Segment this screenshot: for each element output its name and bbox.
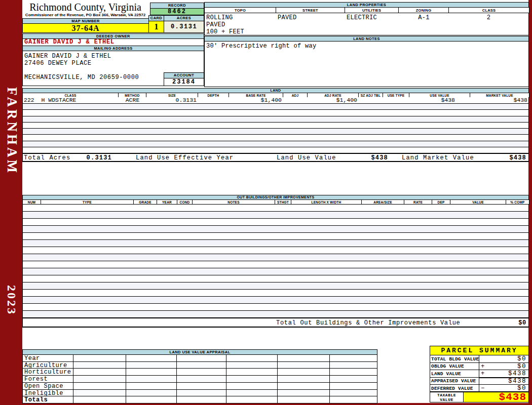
appraisal-cell: [277, 389, 330, 396]
account-value: 23184: [164, 78, 204, 86]
land-cell-2: 0.3131: [146, 97, 198, 103]
property-record-card: FARNHAM 2023 Richmond County, Virginia C…: [0, 0, 532, 405]
appraisal-cell: [176, 389, 226, 396]
appraisal-cell: [73, 382, 126, 390]
out-buildings-empty-row: [23, 275, 528, 282]
taxable-value-label: TAXABLE VALUE: [430, 392, 464, 402]
appraisal-cell: [226, 382, 278, 390]
out-buildings-empty-row: [23, 311, 528, 318]
land-empty-row: [23, 104, 528, 110]
out-buildings-empty-rows: [22, 205, 529, 318]
appraisal-row: Horticulture: [22, 368, 377, 376]
out-buildings-empty-row: [23, 297, 528, 304]
appraisal-cell: [329, 375, 377, 383]
appraisal-cell: [176, 361, 226, 369]
parcel-summary-row-value: +$0: [479, 362, 529, 370]
appraisal-cell: [329, 382, 377, 390]
out-buildings-empty-row: [23, 282, 528, 290]
appraisal-row-label: Open Space: [22, 382, 73, 390]
appraisal-cell: [226, 396, 278, 403]
out-buildings-empty-row: [23, 240, 528, 247]
appraisal-cell: [277, 375, 330, 383]
appraisal-row: Forest: [22, 375, 377, 383]
out-buildings-column-7: LENGTH X WIDTH: [291, 199, 362, 205]
parcel-summary-row-label: APPRAISED VALUE: [430, 377, 479, 385]
appraisal-cell: [329, 354, 377, 362]
appraisal-cell: [277, 396, 330, 403]
taxable-value-amount: $438: [499, 392, 526, 402]
parcel-summary-amount: $0: [517, 385, 526, 392]
appraisal-cell: [226, 375, 278, 383]
land-cell-10: $438: [470, 97, 529, 103]
taxable-value-row: TAXABLE VALUE $438: [430, 391, 529, 402]
parcel-summary-operator: +: [481, 363, 484, 370]
topo-value: ROLLING: [206, 14, 233, 21]
out-buildings-empty-row: [23, 304, 528, 311]
county-title: Richmond County, Virginia: [22, 2, 148, 13]
appraisal-cell: [226, 389, 278, 396]
appraisal-row-label: Totals: [22, 396, 73, 403]
land-market-value-label: Land Market Value: [402, 154, 474, 161]
out-buildings-column-4: COND: [177, 199, 193, 205]
land-empty-row: [23, 135, 528, 141]
land-table-data-row: 222 H WDSTACREACRE0.3131$1,400$1,400$438…: [22, 97, 529, 104]
land-cell-1: ACRE: [119, 97, 146, 103]
land-use-appraisal-grid: YearAgricultureHorticultureForestOpen Sp…: [22, 354, 377, 403]
out-buildings-empty-row: [23, 254, 528, 261]
land-empty-row: [23, 129, 528, 135]
out-buildings-empty-row: [23, 261, 528, 268]
appraisal-cell: [176, 354, 226, 362]
topo-line-2: PAVED: [206, 21, 225, 28]
street-value: PAVED: [278, 14, 297, 21]
land-cell-5: [283, 97, 308, 103]
appraisal-cell: [176, 396, 226, 403]
appraisal-cell: [329, 361, 377, 369]
out-buildings-column-1: TYPE: [41, 199, 134, 205]
appraisal-cell: [329, 368, 377, 376]
out-buildings-column-9: RATE: [404, 199, 432, 205]
appraisal-row-label: Horticulture: [22, 368, 73, 376]
zoning-value: A-1: [399, 14, 449, 21]
total-acres-value: 0.3131: [73, 154, 112, 161]
parcel-summary-row: TOTAL BLDG VALUE$0: [430, 355, 529, 363]
card-value: 1: [148, 21, 164, 33]
parcel-summary-row: LAND VALUE+$438: [430, 370, 529, 378]
parcel-summary-operator: −: [481, 385, 484, 392]
mailing-line: GAINER DAVID J & ETHEL: [24, 53, 111, 60]
land-cell-3: [198, 97, 229, 103]
appraisal-cell: [176, 382, 226, 390]
appraisal-row: Open Space: [22, 382, 377, 390]
district-name: FARNHAM: [4, 87, 20, 175]
land-use-value: $438: [350, 154, 388, 161]
tax-year: 2023: [5, 285, 18, 315]
appraisal-cell: [73, 368, 126, 376]
appraisal-cell: [176, 368, 226, 376]
appraisal-row-label: Forest: [22, 375, 73, 383]
appraisal-cell: [126, 382, 177, 390]
land-notes-box: 30' Prescriptive right of way: [204, 41, 529, 87]
parcel-summary-row-value: +$438: [479, 370, 529, 378]
appraisal-row: Agriculture: [22, 361, 377, 369]
land-cell-4: $1,400: [229, 97, 283, 103]
appraisal-row: Totals: [22, 396, 377, 403]
land-table-totals-row: Total Acres 0.3131 Land Use Effective Ye…: [22, 153, 529, 162]
appraisal-cell: [329, 389, 377, 396]
land-empty-row: [23, 116, 528, 123]
out-buildings-empty-row: [23, 233, 528, 240]
appraisal-cell: [73, 389, 126, 396]
out-buildings-column-2: GRADE: [133, 199, 157, 205]
parcel-summary-operator: +: [481, 370, 484, 377]
appraisal-cell: [73, 361, 126, 369]
appraisal-cell: [126, 375, 177, 383]
appraisal-cell: [126, 354, 177, 362]
appraisal-cell: [126, 368, 177, 376]
class-value: 2: [449, 14, 528, 21]
appraisal-cell: [277, 354, 330, 362]
land-cell-0: 222 H WDSTACRE: [23, 97, 119, 103]
utilities-value: ELECTRIC: [347, 14, 377, 21]
out-buildings-totals-row: Total Out Buildings & Other Improvements…: [22, 318, 529, 328]
parcel-summary-row: APPRAISED VALUE$438: [430, 377, 529, 385]
appraisal-row: Ineligible: [22, 389, 377, 396]
out-buildings-empty-row: [23, 226, 528, 233]
parcel-summary-title: PARCEL SUMMARY: [430, 346, 529, 355]
